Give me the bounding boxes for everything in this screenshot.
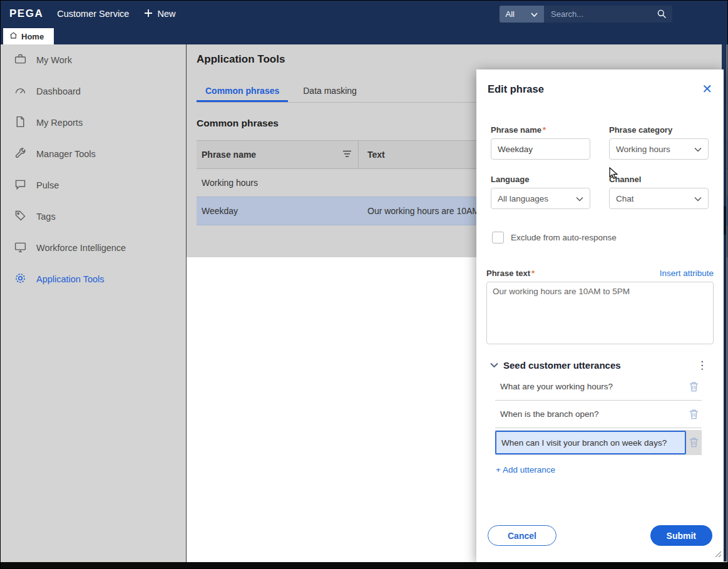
- sidebar-item-application-tools[interactable]: Application Tools: [1, 264, 186, 295]
- sidebar-item-label: My Reports: [36, 118, 83, 128]
- tab-common-phrases[interactable]: Common phrases: [197, 81, 288, 102]
- utterance-row-editing: [495, 430, 702, 455]
- chevron-down-icon: [694, 194, 702, 203]
- cancel-button[interactable]: Cancel: [488, 525, 556, 546]
- sidebar-item-my-work[interactable]: My Work: [1, 44, 186, 76]
- sidebar-item-pulse[interactable]: Pulse: [1, 170, 186, 201]
- insert-attribute-link[interactable]: Insert attribute: [660, 269, 714, 278]
- monitor-icon: [14, 240, 27, 255]
- search-scope-value: All: [506, 9, 515, 19]
- group-row-label: Working hours: [202, 178, 258, 188]
- tab-data-masking[interactable]: Data masking: [294, 81, 366, 102]
- pega-logo: PEGA: [9, 8, 43, 20]
- plus-icon: [144, 9, 153, 19]
- edit-phrase-modal: Edit phrase ✕ Phrase name* Phrase catego…: [476, 69, 724, 562]
- kebab-menu-icon[interactable]: ⋮: [697, 361, 707, 369]
- sidebar-item-label: My Work: [36, 55, 72, 65]
- sidebar-item-tags[interactable]: Tags: [1, 201, 186, 232]
- language-label: Language: [491, 175, 590, 184]
- trash-icon[interactable]: [686, 381, 702, 392]
- chevron-down-icon: [576, 194, 583, 203]
- sidebar-item-label: Manager Tools: [36, 149, 96, 159]
- search-scope-select[interactable]: All: [500, 6, 545, 23]
- chevron-down-icon: [694, 145, 702, 154]
- utterance-row: What are your working hours?: [495, 373, 702, 401]
- channel-value: Chat: [616, 194, 634, 203]
- sidebar-item-label: Pulse: [36, 180, 59, 190]
- gear-icon: [14, 272, 27, 287]
- phrase-name-input[interactable]: [491, 138, 590, 160]
- document-tab-strip: Home: [1, 27, 727, 44]
- utterance-edit-input[interactable]: [495, 431, 686, 454]
- submit-button[interactable]: Submit: [650, 525, 712, 546]
- required-asterisk: *: [531, 269, 535, 278]
- sidebar-item-label: Dashboard: [36, 86, 81, 96]
- tab-home-label: Home: [21, 32, 44, 41]
- chevron-down-icon[interactable]: [490, 359, 498, 371]
- utterance-text: What are your working hours?: [495, 382, 613, 391]
- required-asterisk: *: [543, 125, 546, 135]
- briefcase-icon: [14, 53, 27, 68]
- bottom-border-bar: [1, 562, 727, 568]
- app-window: PEGA Customer Service New All: [0, 0, 728, 569]
- wrench-icon: [14, 146, 27, 161]
- chevron-down-icon: [531, 9, 538, 19]
- add-utterance-link[interactable]: + Add utterance: [496, 465, 555, 474]
- sidebar-item-manager-tools[interactable]: Manager Tools: [1, 138, 186, 170]
- sidebar-item-dashboard[interactable]: Dashboard: [1, 76, 186, 107]
- phrase-name-label: Phrase name*: [491, 125, 590, 135]
- channel-label: Channel: [609, 175, 709, 184]
- cell-phrase-name: Weekday: [202, 206, 238, 216]
- trash-icon[interactable]: [686, 437, 702, 448]
- resize-handle-icon[interactable]: [715, 549, 722, 560]
- sidebar: My Work Dashboard My Reports Manager Too…: [1, 44, 187, 562]
- home-icon: [9, 31, 18, 41]
- phrase-category-value: Working hours: [616, 145, 670, 154]
- trash-icon[interactable]: [686, 409, 702, 420]
- search-icon[interactable]: [651, 6, 672, 23]
- utterance-list: What are your working hours? When is the…: [495, 373, 702, 455]
- column-header-phrase-name: Phrase name: [202, 150, 256, 160]
- utterance-row: When is the branch open?: [495, 401, 702, 428]
- new-button-label: New: [157, 9, 175, 19]
- search-input[interactable]: [545, 6, 651, 23]
- document-icon: [14, 115, 27, 130]
- seed-utterances-title: Seed customer utterances: [503, 360, 621, 371]
- tab-home[interactable]: Home: [3, 28, 54, 44]
- phrase-category-select[interactable]: Working hours: [609, 138, 709, 160]
- app-title: Customer Service: [57, 9, 129, 19]
- gauge-icon: [14, 84, 27, 99]
- new-button[interactable]: New: [144, 9, 175, 19]
- utterance-text: When is the branch open?: [495, 409, 599, 419]
- phrase-text-label: Phrase text*: [486, 269, 535, 278]
- speech-bubble-icon: [14, 178, 27, 193]
- modal-title: Edit phrase: [488, 83, 544, 95]
- sidebar-item-label: Tags: [36, 212, 56, 222]
- close-icon[interactable]: ✕: [702, 83, 712, 95]
- phrase-text-textarea[interactable]: Our working hours are 10AM to 5PM: [486, 282, 714, 344]
- language-value: All languages: [498, 194, 548, 203]
- top-bar: PEGA Customer Service New All: [1, 1, 727, 27]
- exclude-auto-response-checkbox[interactable]: [492, 232, 504, 243]
- exclude-auto-response-label: Exclude from auto-response: [511, 233, 617, 242]
- sidebar-item-label: Application Tools: [36, 274, 105, 284]
- page-title: Application Tools: [197, 44, 727, 66]
- global-search: All: [500, 6, 672, 23]
- channel-select[interactable]: Chat: [609, 188, 709, 209]
- sidebar-item-workforce-intelligence[interactable]: Workforce Intelligence: [1, 232, 186, 264]
- filter-icon[interactable]: [342, 150, 352, 160]
- sidebar-item-my-reports[interactable]: My Reports: [1, 107, 186, 138]
- language-select[interactable]: All languages: [491, 188, 590, 209]
- tag-icon: [14, 209, 27, 224]
- sidebar-item-label: Workforce Intelligence: [36, 243, 126, 253]
- phrase-category-label: Phrase category: [609, 125, 709, 135]
